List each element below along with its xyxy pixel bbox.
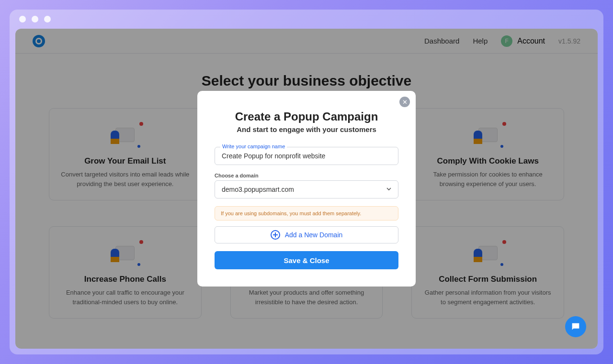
campaign-name-input[interactable] bbox=[215, 147, 398, 165]
traffic-light-minimize[interactable] bbox=[32, 16, 38, 22]
modal-title: Create a Popup Campaign bbox=[215, 110, 398, 123]
campaign-name-label: Write your campaign name bbox=[220, 143, 287, 149]
close-icon[interactable]: ✕ bbox=[399, 97, 410, 107]
modal-subtitle: And start to engage with your customers bbox=[215, 125, 398, 133]
domain-label: Choose a domain bbox=[215, 173, 398, 178]
browser-titlebar bbox=[10, 10, 603, 29]
subdomain-warning: If you are using subdomains, you must ad… bbox=[215, 206, 398, 221]
create-campaign-modal: ✕ Create a Popup Campaign And start to e… bbox=[197, 91, 416, 287]
chat-icon bbox=[570, 321, 581, 332]
modal-scrim[interactable]: ✕ Create a Popup Campaign And start to e… bbox=[15, 29, 598, 349]
domain-field: Choose a domain demo3.popupsmart.com bbox=[215, 173, 398, 199]
app-window: Dashboard Help F Account v1.5.92 Select … bbox=[15, 29, 598, 349]
save-close-button[interactable]: Save & Close bbox=[215, 251, 398, 269]
campaign-name-field: Write your campaign name bbox=[215, 147, 398, 165]
chat-widget-button[interactable] bbox=[565, 316, 586, 337]
plus-circle-icon bbox=[271, 230, 280, 240]
browser-frame: Dashboard Help F Account v1.5.92 Select … bbox=[10, 10, 603, 354]
traffic-light-close[interactable] bbox=[19, 16, 26, 22]
add-domain-label: Add a New Domain bbox=[285, 231, 343, 239]
domain-select[interactable]: demo3.popupsmart.com bbox=[215, 180, 398, 199]
traffic-light-maximize[interactable] bbox=[44, 16, 51, 22]
add-domain-button[interactable]: Add a New Domain bbox=[215, 226, 398, 243]
